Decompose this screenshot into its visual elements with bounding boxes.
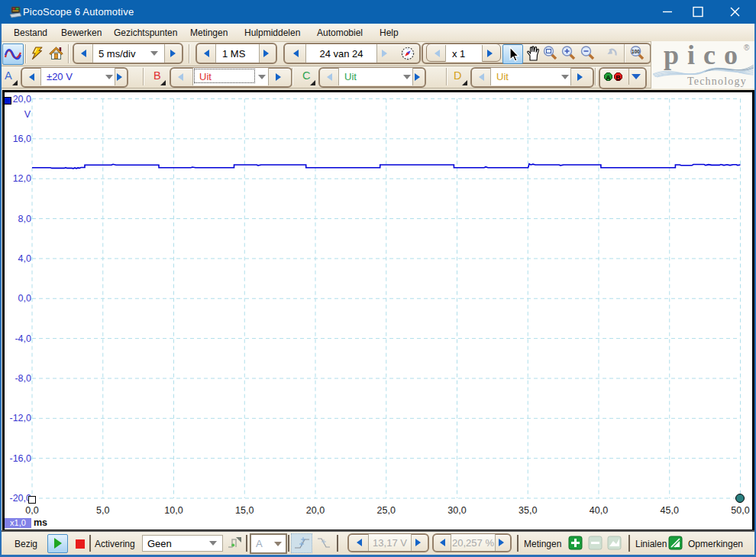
svg-text:A: A	[606, 74, 611, 82]
svg-text:B: B	[615, 74, 621, 82]
svg-text:100: 100	[632, 49, 640, 54]
